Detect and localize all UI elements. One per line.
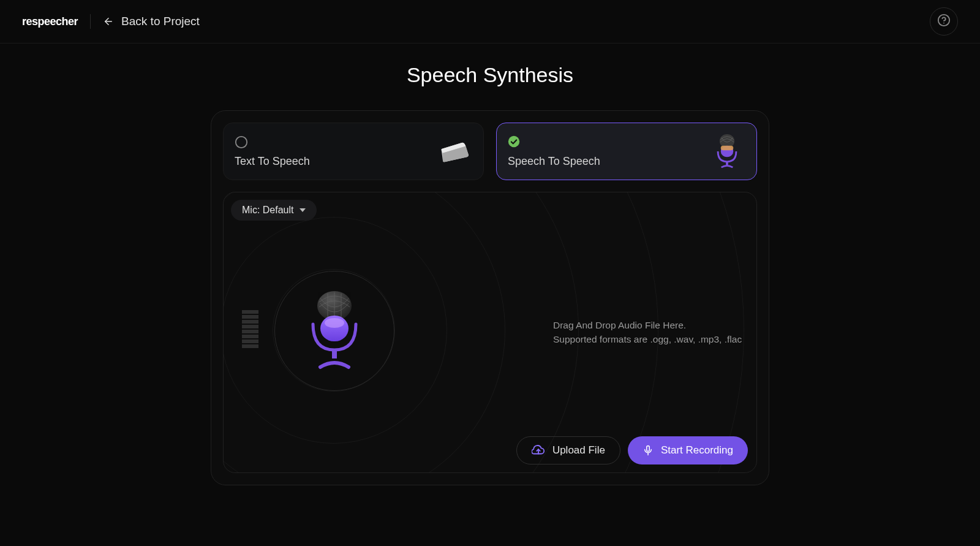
- mic-selector-dropdown[interactable]: Mic: Default: [231, 200, 317, 221]
- start-recording-label: Start Recording: [661, 444, 733, 457]
- drop-line-2: Supported formats are .ogg, .wav, .mp3, …: [553, 332, 742, 346]
- svg-rect-15: [332, 350, 337, 358]
- mic-selector-label: Mic: Default: [242, 205, 293, 216]
- recording-workspace[interactable]: Mic: Default: [223, 192, 757, 473]
- cloud-upload-icon: [532, 444, 545, 457]
- header-divider: [90, 14, 91, 29]
- mode-text-to-speech[interactable]: Text To Speech: [223, 123, 484, 180]
- svg-point-4: [508, 135, 519, 146]
- microphone-visual: [274, 271, 394, 391]
- drop-line-1: Drag And Drop Audio File Here.: [553, 318, 742, 332]
- help-button[interactable]: [930, 7, 958, 36]
- mode-sts-label: Speech To Speech: [508, 155, 600, 168]
- arrow-left-icon: [103, 16, 114, 27]
- mic-icon: [643, 444, 654, 457]
- drop-zone-instructions: Drag And Drop Audio File Here. Supported…: [553, 318, 742, 347]
- svg-rect-8: [726, 162, 728, 165]
- microphone-icon: [709, 133, 745, 170]
- keyboard-key-icon: [435, 133, 472, 170]
- svg-point-3: [236, 136, 247, 147]
- help-icon: [937, 13, 951, 29]
- mode-tts-label: Text To Speech: [235, 155, 310, 168]
- svg-rect-7: [721, 146, 734, 150]
- synthesis-panel: Text To Speech: [211, 110, 769, 485]
- logo: respeecher: [22, 15, 78, 28]
- chevron-down-icon: [300, 208, 306, 212]
- upload-file-button[interactable]: Upload File: [516, 436, 620, 464]
- audio-level-meter: [242, 310, 258, 348]
- mode-speech-to-speech[interactable]: Speech To Speech: [496, 123, 757, 180]
- back-label: Back to Project: [121, 15, 200, 28]
- back-to-project-link[interactable]: Back to Project: [103, 15, 200, 28]
- upload-file-label: Upload File: [552, 444, 605, 457]
- radio-unselected-icon: [235, 135, 248, 149]
- svg-point-14: [325, 318, 344, 328]
- start-recording-button[interactable]: Start Recording: [628, 436, 748, 464]
- svg-rect-17: [647, 446, 650, 452]
- check-circle-icon: [508, 135, 521, 149]
- page-title: Speech Synthesis: [407, 63, 573, 87]
